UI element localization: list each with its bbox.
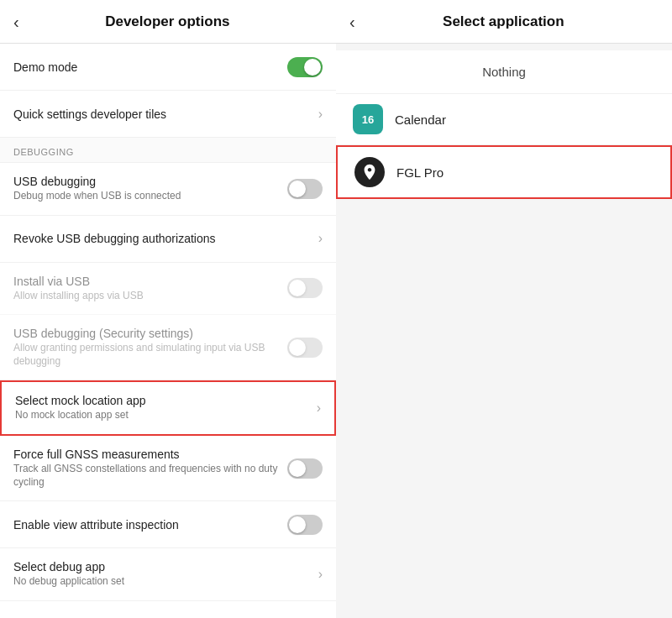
gnss-toggle[interactable] — [287, 458, 323, 479]
mock-location-text: Select mock location app No mock locatio… — [15, 394, 317, 422]
view-attr-title: Enable view attribute inspection — [13, 518, 287, 532]
left-title: Developer options — [29, 13, 306, 30]
demo-mode-text: Demo mode — [13, 60, 287, 74]
usb-debugging-title: USB debugging — [13, 175, 287, 188]
usb-security-title: USB debugging (Security settings) — [13, 327, 287, 340]
calendar-item[interactable]: 16 Calendar — [336, 94, 672, 145]
right-title: Select application — [365, 13, 642, 30]
nothing-item[interactable]: Nothing — [336, 50, 672, 94]
usb-debugging-text: USB debugging Debug mode when USB is con… — [13, 175, 287, 203]
usb-security-subtitle: Allow granting permissions and simulatin… — [13, 342, 287, 368]
install-usb-title: Install via USB — [13, 275, 287, 288]
left-back-button[interactable]: ‹ — [13, 13, 19, 30]
calendar-icon: 16 — [353, 104, 383, 134]
calendar-name: Calendar — [395, 113, 446, 127]
quick-settings-chevron: › — [318, 107, 323, 122]
mock-location-item[interactable]: Select mock location app No mock locatio… — [0, 380, 336, 436]
gnss-title: Force full GNSS measurements — [13, 448, 287, 461]
quick-settings-item[interactable]: Quick settings developer tiles › — [0, 91, 336, 138]
view-attr-item[interactable]: Enable view attribute inspection — [0, 501, 336, 548]
debugging-label: DEBUGGING — [13, 147, 74, 157]
usb-security-item: USB debugging (Security settings) Allow … — [0, 315, 336, 380]
debug-app-title: Select debug app — [13, 560, 318, 573]
usb-debugging-subtitle: Debug mode when USB is connected — [13, 190, 287, 203]
left-header: ‹ Developer options — [0, 0, 336, 44]
gnss-item[interactable]: Force full GNSS measurements Track all G… — [0, 436, 336, 501]
install-usb-toggle — [287, 278, 323, 298]
install-usb-text: Install via USB Allow installing apps vi… — [13, 275, 287, 303]
fgl-pro-name: FGL Pro — [396, 165, 444, 180]
fgl-icon — [354, 157, 385, 187]
usb-security-toggle — [287, 338, 323, 358]
revoke-usb-item[interactable]: Revoke USB debugging authorizations › — [0, 216, 336, 263]
nothing-label: Nothing — [482, 65, 526, 79]
debug-app-subtitle: No debug application set — [13, 575, 318, 589]
gnss-text: Force full GNSS measurements Track all G… — [13, 448, 287, 489]
install-usb-item: Install via USB Allow installing apps vi… — [0, 263, 336, 316]
revoke-usb-title: Revoke USB debugging authorizations — [13, 232, 318, 245]
debug-app-item[interactable]: Select debug app No debug application se… — [0, 548, 336, 601]
debug-app-text: Select debug app No debug application se… — [13, 560, 318, 589]
view-attr-toggle[interactable] — [287, 515, 323, 535]
select-application-panel: ‹ Select application Nothing 16 Calendar… — [336, 0, 672, 618]
gnss-subtitle: Track all GNSS constellations and freque… — [13, 463, 287, 489]
fgl-pro-item[interactable]: FGL Pro — [336, 145, 672, 199]
usb-debugging-item[interactable]: USB debugging Debug mode when USB is con… — [0, 163, 336, 216]
demo-mode-title: Demo mode — [13, 60, 287, 74]
mock-location-subtitle: No mock location app set — [15, 409, 317, 422]
revoke-usb-chevron: › — [318, 231, 323, 246]
view-attr-text: Enable view attribute inspection — [13, 518, 287, 532]
revoke-usb-text: Revoke USB debugging authorizations — [13, 232, 318, 245]
quick-settings-title: Quick settings developer tiles — [13, 107, 318, 121]
right-back-button[interactable]: ‹ — [349, 13, 355, 30]
install-usb-subtitle: Allow installing apps via USB — [13, 290, 287, 303]
mock-location-title: Select mock location app — [15, 394, 317, 407]
mock-location-chevron: › — [317, 401, 321, 416]
developer-options-panel: ‹ Developer options Demo mode Quick sett… — [0, 0, 336, 618]
demo-mode-toggle[interactable] — [287, 57, 323, 77]
usb-security-text: USB debugging (Security settings) Allow … — [13, 327, 287, 368]
app-list: Nothing 16 Calendar FGL Pro — [336, 44, 672, 618]
settings-list: Demo mode Quick settings developer tiles… — [0, 44, 336, 618]
debugging-section-header: DEBUGGING — [0, 138, 336, 163]
quick-settings-text: Quick settings developer tiles — [13, 107, 318, 121]
right-header: ‹ Select application — [336, 0, 672, 44]
debug-app-chevron: › — [318, 567, 323, 582]
usb-debugging-toggle[interactable] — [287, 179, 323, 199]
demo-mode-item[interactable]: Demo mode — [0, 44, 336, 91]
